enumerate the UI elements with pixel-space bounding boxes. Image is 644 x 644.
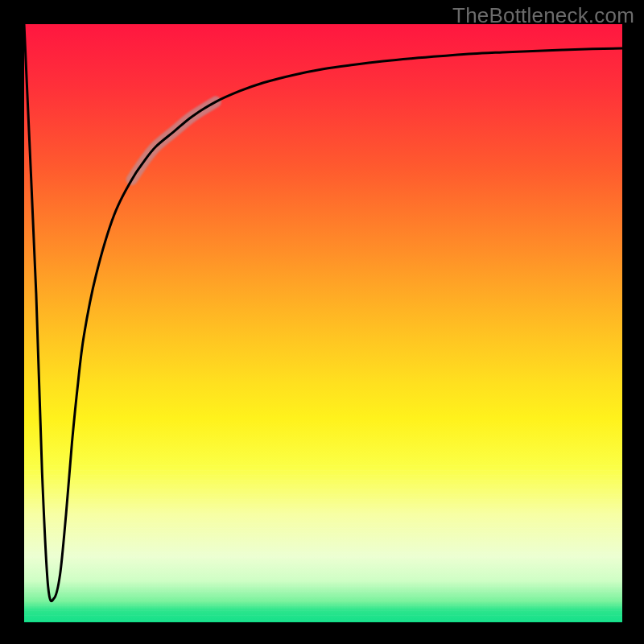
curve-highlight [132, 102, 216, 180]
plot-area [24, 24, 622, 622]
watermark-text: TheBottleneck.com [452, 3, 634, 28]
curve-layer [24, 24, 622, 622]
gradient-banding [24, 461, 622, 622]
chart-frame: TheBottleneck.com [0, 0, 644, 644]
bottleneck-curve [24, 24, 622, 601]
